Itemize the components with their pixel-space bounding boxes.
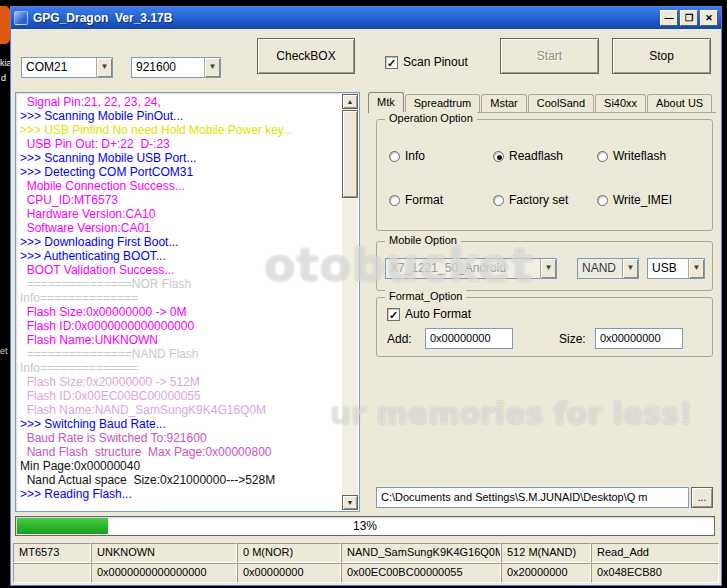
log-line: >>> Switching Baud Rate...: [20, 417, 342, 431]
status-cell: [13, 563, 91, 583]
tab-mtk[interactable]: Mtk: [368, 92, 404, 113]
background-text-fragment: et: [0, 346, 8, 356]
radio-label: Write_IMEI: [613, 193, 672, 207]
tab-about-us[interactable]: About US: [647, 94, 712, 112]
log-scrollbar[interactable]: ▲ ▼: [342, 94, 358, 510]
scan-pinout-checkbox[interactable]: ✓ Scan Pinout: [385, 55, 468, 69]
radio-format[interactable]: Format: [389, 193, 493, 207]
log-line: Info==============: [20, 361, 342, 375]
chevron-down-icon[interactable]: ▼: [540, 259, 556, 278]
com-port-value: COM21: [22, 58, 96, 77]
flash-type-value: NAND: [578, 259, 622, 278]
tab-spreadtrum[interactable]: Spreadtrum: [405, 94, 480, 112]
radio-info[interactable]: Info: [389, 149, 493, 163]
chevron-down-icon[interactable]: ▼: [96, 58, 112, 77]
log-line: Flash Name:UNKNOWN: [20, 333, 342, 347]
radio-write_imei[interactable]: Write_IMEI: [597, 193, 706, 207]
log-line: Hardware Version:CA10: [20, 207, 342, 221]
flash-type-select[interactable]: NAND ▼: [577, 258, 639, 279]
minimize-icon[interactable]: —: [660, 10, 678, 26]
log-line: Flash Name:NAND_SamSungK9K4G16Q0M: [20, 403, 342, 417]
log-line: USB Pin Out: D+:22 D-:23: [20, 137, 342, 151]
status-cell: 0x00000000: [237, 563, 341, 583]
status-cell: NAND_SamSungK9K4G16Q0M: [341, 543, 501, 563]
log-line: Nand Actual space Size:0x21000000--->528…: [20, 473, 342, 487]
radio-circle-icon: [597, 195, 608, 206]
log-line: BOOT Validation Success...: [20, 263, 342, 277]
status-cell: MT6573: [13, 543, 91, 563]
radio-circle-icon: [493, 195, 504, 206]
chevron-down-icon[interactable]: ▼: [622, 259, 638, 278]
size-input[interactable]: 0x00000000: [595, 328, 683, 349]
add-input[interactable]: 0x00000000: [425, 328, 513, 349]
radio-factory-set[interactable]: Factory set: [493, 193, 597, 207]
tab-coolsand[interactable]: CoolSand: [528, 94, 594, 112]
radio-circle-icon: [597, 151, 608, 162]
log-line: >>> Scanning Mobile USB Port...: [20, 151, 342, 165]
tab-si40xx[interactable]: Si40xx: [595, 94, 646, 112]
radio-circle-icon: [389, 195, 400, 206]
log-line: Software Version:CA01: [20, 221, 342, 235]
scroll-down-icon[interactable]: ▼: [342, 495, 358, 510]
desktop-background-strip: kia d et: [0, 0, 10, 588]
close-icon[interactable]: ✕: [700, 10, 718, 26]
status-cell: 512 M(NAND): [501, 543, 591, 563]
mobile-option-title: Mobile Option: [385, 234, 461, 246]
chevron-down-icon[interactable]: ▼: [204, 58, 220, 77]
title-bar[interactable]: GPG_Dragon Ver_3.17B — ❒ ✕: [11, 7, 721, 29]
start-button[interactable]: Start: [500, 38, 599, 74]
log-line: Nand Flash structure Max Page:0x00000800: [20, 445, 342, 459]
port-select[interactable]: USB ▼: [647, 258, 705, 279]
log-line: >>> Downloading First Boot...: [20, 235, 342, 249]
scrollbar-thumb[interactable]: [342, 110, 358, 198]
port-value: USB: [648, 259, 688, 278]
status-cell: 0x0000000000000000: [91, 563, 237, 583]
model-value: X7_1221_50_Android: [386, 259, 540, 278]
tab-mstar[interactable]: Mstar: [481, 94, 527, 112]
log-line: ===============NOR Flash: [20, 277, 342, 291]
auto-format-label: Auto Format: [405, 307, 471, 321]
app-window: GPG_Dragon Ver_3.17B — ❒ ✕ COM21 ▼ 92160…: [10, 6, 722, 586]
operation-option-group: Operation Option InfoReadflashWriteflash…: [376, 119, 713, 231]
status-cell: UNKNOWN: [91, 543, 237, 563]
log-line: >>> Reading Flash...: [20, 487, 342, 501]
add-label: Add:: [387, 332, 412, 346]
model-select[interactable]: X7_1221_50_Android ▼: [385, 258, 557, 279]
log-line: Info==============: [20, 291, 342, 305]
size-label: Size:: [559, 332, 586, 346]
radio-label: Readflash: [509, 149, 563, 163]
screenshot-root: kia d et GPG_Dragon Ver_3.17B — ❒ ✕ COM2…: [0, 0, 727, 588]
auto-format-checkbox[interactable]: ✓ Auto Format: [387, 307, 471, 321]
com-port-select[interactable]: COM21 ▼: [21, 57, 113, 78]
chevron-down-icon[interactable]: ▼: [688, 259, 704, 278]
baud-rate-value: 921600: [132, 58, 204, 77]
stop-button[interactable]: Stop: [612, 38, 711, 74]
status-cell: 0x048ECB80: [591, 563, 719, 583]
log-lines: Signal Pin:21, 22, 23, 24,>>> Scanning M…: [16, 93, 342, 511]
scroll-up-icon[interactable]: ▲: [342, 94, 358, 109]
background-logo-fragment: [0, 6, 10, 44]
app-icon: [14, 11, 28, 25]
checkbox-button[interactable]: CheckBOX: [257, 38, 355, 74]
file-path-input[interactable]: C:\Documents and Settings\S.M.JUNAID\Des…: [376, 487, 689, 508]
status-cell: Read_Add: [591, 543, 719, 563]
log-line: Min Page:0x00000040: [20, 459, 342, 473]
browse-button[interactable]: ...: [691, 487, 713, 508]
log-line: >>> USB Pinfind No need Hold Mobile Powe…: [20, 123, 342, 137]
log-line: Flash ID:0x00EC00BC00000055: [20, 389, 342, 403]
radio-circle-icon: [493, 151, 504, 162]
checkbox-check-icon: ✓: [387, 308, 400, 321]
log-line: >>> Authenticating BOOT...: [20, 249, 342, 263]
radio-writeflash[interactable]: Writeflash: [597, 149, 706, 163]
status-row: MT6573UNKNOWN0 M(NOR)NAND_SamSungK9K4G16…: [13, 543, 719, 563]
progress-label: 13%: [16, 519, 714, 533]
window-title: GPG_Dragon Ver_3.17B: [33, 11, 658, 25]
status-cell: 0x00EC00BC00000055: [341, 563, 501, 583]
baud-rate-select[interactable]: 921600 ▼: [131, 57, 221, 78]
log-line: Signal Pin:21, 22, 23, 24,: [20, 95, 342, 109]
log-line: Flash Size:0x20000000 -> 512M: [20, 375, 342, 389]
progress-bar: 13%: [15, 516, 715, 536]
format-option-title: Format_Option: [385, 290, 466, 302]
radio-readflash[interactable]: Readflash: [493, 149, 597, 163]
maximize-icon[interactable]: ❒: [680, 10, 698, 26]
